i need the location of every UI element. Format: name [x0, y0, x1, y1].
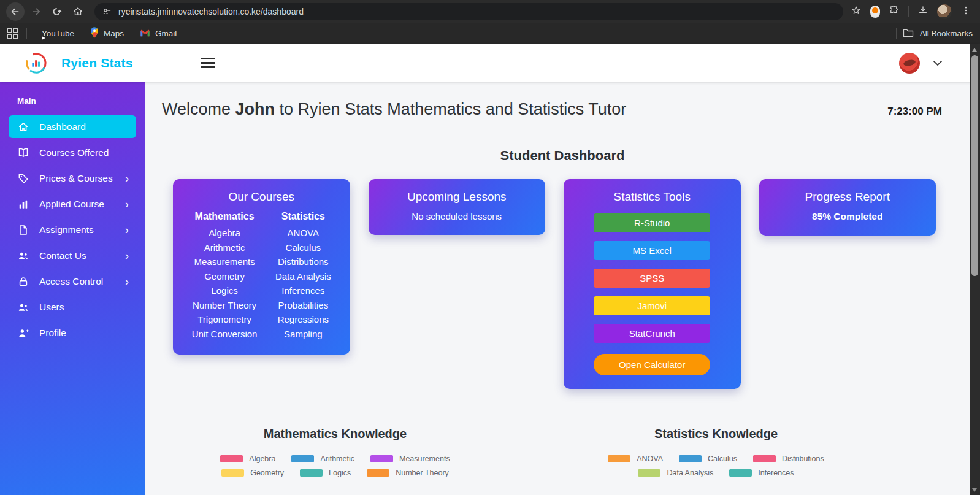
statcrunch-button[interactable]: StatCrunch: [594, 324, 710, 343]
course-item: Logics: [192, 283, 258, 298]
legend-label: Data Analysis: [667, 469, 713, 477]
legend-item-number-theory[interactable]: Number Theory: [367, 469, 449, 477]
legend-item-algebra[interactable]: Algebra: [220, 455, 275, 463]
legend-swatch: [220, 455, 243, 462]
legend-label: ANOVA: [637, 455, 663, 463]
mathematics-legend: AlgebraArithmeticMeasurementsGeometryLog…: [145, 455, 526, 477]
bookmark-gmail[interactable]: Gmail: [140, 27, 177, 40]
sidebar-item-applied-course[interactable]: Applied Course›: [9, 193, 136, 215]
sidebar-item-label: Prices & Courses: [39, 173, 113, 184]
mathematics-knowledge-title: Mathematics Knowledge: [145, 427, 526, 441]
course-item: ANOVA: [275, 226, 331, 240]
legend-item-logics[interactable]: Logics: [300, 469, 351, 477]
course-item: Probabilities: [275, 298, 331, 313]
legend-item-inferences[interactable]: Inferences: [729, 469, 794, 477]
page-scrollbar[interactable]: [970, 44, 980, 495]
all-bookmarks-label[interactable]: All Bookmarks: [920, 29, 973, 38]
course-item: Distributions: [275, 255, 331, 269]
legend-label: Inferences: [758, 469, 794, 477]
scrollbar-up-arrow[interactable]: [972, 48, 977, 52]
sidebar-item-profile[interactable]: Profile: [9, 321, 136, 344]
apps-grid-icon[interactable]: [7, 28, 18, 39]
sidebar-item-users[interactable]: Users: [9, 296, 136, 318]
sidebar-item-courses-offered[interactable]: Courses Offered: [9, 141, 136, 164]
sidebar-item-access-control[interactable]: Access Control›: [9, 270, 136, 293]
legend-swatch: [300, 469, 323, 477]
progress-card: Progress Report 85% Completed: [759, 179, 936, 236]
back-button[interactable]: [6, 2, 25, 21]
course-item: Geometry: [192, 269, 258, 284]
legend-item-measurements[interactable]: Measurements: [370, 455, 450, 463]
brand-title: Ryien Stats: [61, 56, 133, 71]
sidebar-item-dashboard[interactable]: Dashboard: [9, 115, 136, 138]
home-button[interactable]: [69, 2, 87, 21]
legend-label: Logics: [329, 469, 351, 477]
legend-swatch: [608, 455, 630, 462]
lessons-card: Upcoming Lessons No scheduled lessons: [369, 179, 546, 235]
sidebar-item-contact-us[interactable]: Contact Us›: [9, 244, 136, 267]
legend-item-data-analysis[interactable]: Data Analysis: [638, 469, 713, 477]
statistics-knowledge-title: Statistics Knowledge: [526, 427, 906, 441]
legend-item-arithmetic[interactable]: Arithmetic: [291, 455, 354, 463]
site-info-icon[interactable]: [102, 7, 112, 17]
extensions-puzzle-icon[interactable]: [889, 5, 900, 18]
open-calculator-button[interactable]: Open Calculator: [594, 354, 710, 375]
progress-card-title: Progress Report: [769, 190, 927, 204]
welcome-username: John: [235, 100, 275, 118]
spss-button[interactable]: SPSS: [594, 269, 710, 288]
course-item: Unit Conversion: [192, 327, 258, 342]
chevron-right-icon: ›: [125, 199, 129, 210]
extension-badge-icon[interactable]: [870, 6, 880, 18]
hamburger-menu-icon[interactable]: [201, 58, 215, 68]
course-item: Sampling: [275, 327, 331, 342]
page-title: Student Dashboard: [145, 148, 980, 164]
legend-label: Number Theory: [396, 469, 449, 477]
courses-card-title: Our Courses: [183, 190, 340, 204]
course-item: Trigonometry: [192, 312, 258, 327]
sidebar-item-prices-courses[interactable]: Prices & Courses›: [9, 167, 136, 190]
legend-label: Algebra: [249, 455, 275, 463]
legend-label: Arithmetic: [320, 455, 354, 463]
bookmark-youtube[interactable]: YouTube: [37, 27, 74, 40]
kebab-menu-icon[interactable]: [960, 5, 971, 18]
ms-excel-button[interactable]: MS Excel: [594, 241, 710, 260]
legend-item-distributions[interactable]: Distributions: [753, 455, 824, 463]
sidebar-item-label: Access Control: [39, 276, 103, 287]
reload-button[interactable]: [48, 2, 66, 21]
chevron-down-icon[interactable]: [933, 58, 942, 68]
legend-item-geometry[interactable]: Geometry: [221, 469, 284, 477]
bookmark-star-icon[interactable]: [851, 5, 862, 18]
course-item: Inferences: [275, 283, 331, 298]
sidebar-item-assignments[interactable]: Assignments›: [9, 218, 136, 241]
lessons-empty-text: No scheduled lessons: [378, 211, 536, 221]
legend-swatch: [221, 469, 244, 477]
bookmarks-right-separator: [896, 28, 897, 39]
app-logo-icon: [25, 52, 48, 75]
tools-buttons: R-StudioMS ExcelSPSSJamoviStatCrunch: [573, 213, 731, 343]
downloads-icon[interactable]: [917, 5, 928, 18]
bookmarks-bar: YouTubeMapsGmail All Bookmarks: [0, 23, 980, 44]
course-item: Calculus: [275, 240, 331, 255]
gmail-icon: [140, 29, 150, 39]
user-avatar[interactable]: [899, 53, 920, 74]
jamovi-button[interactable]: Jamovi: [594, 296, 710, 315]
tag-icon: [17, 172, 29, 185]
lock-icon: [17, 275, 29, 288]
chevron-right-icon: ›: [125, 276, 129, 287]
clock-text: 7:23:00 PM: [887, 106, 942, 118]
r-studio-button[interactable]: R-Studio: [594, 213, 710, 232]
folder-icon: [903, 28, 914, 39]
address-bar[interactable]: ryeinstats.jminnovatechsolution.co.ke/da…: [94, 3, 843, 20]
people-icon: [17, 250, 29, 262]
mathematics-knowledge-chart: Mathematics Knowledge AlgebraArithmeticM…: [145, 427, 526, 477]
forward-button[interactable]: [27, 2, 45, 21]
bookmark-maps[interactable]: Maps: [90, 27, 124, 40]
home-icon: [17, 121, 29, 133]
legend-item-anova[interactable]: ANOVA: [608, 455, 663, 463]
legend-item-calculus[interactable]: Calculus: [679, 455, 737, 463]
scrollbar-thumb[interactable]: [971, 55, 978, 276]
person-add-icon: [17, 327, 29, 339]
tools-card: Statistics Tools R-StudioMS ExcelSPSSJam…: [564, 179, 741, 389]
browser-profile-avatar[interactable]: [937, 4, 952, 19]
scrollbar-down-arrow[interactable]: [972, 488, 977, 492]
